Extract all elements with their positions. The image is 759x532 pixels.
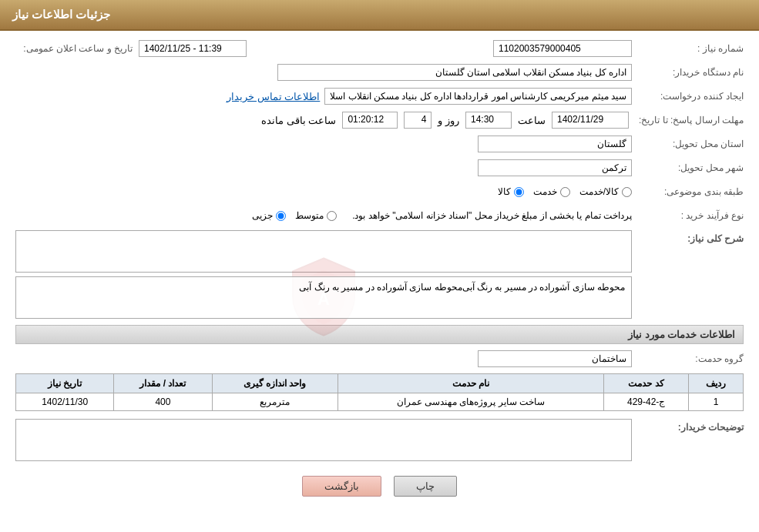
general-desc-label: شرح کلی نیاز: [632, 230, 744, 244]
org-name-row: نام دستگاه خریدار: اداره کل بنیاد مسکن ا… [15, 62, 744, 82]
page-header: جزئیات اطلاعات نیاز [0, 0, 759, 31]
cell-unit: مترمربع [212, 393, 338, 411]
services-table-section: ردیف کد حدمت نام حدمت واحد اندازه گیری ت… [15, 373, 744, 411]
need-number-value: 1102003579000405 [493, 40, 632, 57]
col-header-quantity: تعداد / مقدار [114, 374, 212, 393]
province-label: استان محل تحویل: [632, 139, 744, 149]
buyer-desc-row: توضیحات خریدار: [15, 419, 744, 463]
process-row: نوع فرآیند خرید : پرداخت تمام یا بخشی از… [15, 206, 744, 226]
deadline-time-label: ساعت [518, 115, 546, 126]
cell-name: ساخت سایر پروژه‌های مهندسی عمران [338, 393, 604, 411]
category-row: طبقه بندی موضوعی: کالا/خدمت خدمت کالا [15, 182, 744, 202]
need-number-label: شماره نیاز : [632, 43, 744, 54]
creator-row: ایجاد کننده درخواست: سید میثم میرکریمی ک… [15, 86, 744, 106]
general-desc-textarea[interactable] [15, 230, 632, 273]
announce-label: تاریخ و ساعت اعلان عمومی: [15, 43, 139, 54]
buyer-desc-wrap [15, 419, 632, 463]
cell-quantity: 400 [114, 393, 212, 411]
service-group-row: گروه حدمت: ساختمان [15, 349, 744, 369]
category-kala[interactable]: کالا [498, 186, 524, 197]
col-header-row: ردیف [688, 374, 743, 393]
general-desc-section: شرح کلی نیاز: [15, 230, 744, 273]
creator-label: ایجاد کننده درخواست: [632, 91, 744, 102]
city-value: ترکمن [478, 159, 632, 176]
process-desc: پرداخت تمام یا بخشی از مبلغ خریداز محل "… [352, 210, 632, 221]
footer-buttons: چاپ بازگشت [15, 476, 744, 497]
city-row: شهر محل تحویل: ترکمن [15, 158, 744, 178]
page-wrapper: جزئیات اطلاعات نیاز شماره نیاز : 1102003… [0, 0, 759, 532]
city-label: شهر محل تحویل: [632, 162, 744, 173]
buyer-desc-label: توضیحات خریدار: [632, 419, 744, 433]
process-jozi[interactable]: جزیی [252, 210, 286, 221]
need-number-row: شماره نیاز : 1102003579000405 1402/11/25… [15, 38, 744, 59]
deadline-time: 14:30 [465, 112, 512, 129]
deadline-label: مهلت ارسال پاسخ: تا تاریخ: [632, 115, 744, 125]
org-name-value: اداره کل بنیاد مسکن انقلاب اسلامی استان … [277, 64, 632, 81]
services-section-title: اطلاعات خدمات مورد نیاز [15, 325, 744, 344]
general-desc-value: محوطه سازی آشوراده در مسیر به رنگ آبی [299, 282, 462, 293]
deadline-date: 1402/11/29 [552, 112, 629, 129]
table-row: 1 ج-42-429 ساخت سایر پروژه‌های مهندسی عم… [16, 393, 744, 411]
deadline-day-label: روز و [438, 115, 459, 126]
category-label: طبقه بندی موضوعی: [632, 186, 744, 197]
category-khadamat[interactable]: خدمت [533, 186, 570, 197]
general-desc-display: A محوطه سازی آشوراده در مسیر به رنگ آبی … [15, 276, 744, 319]
category-radio-group: کالا/خدمت خدمت کالا [498, 186, 632, 197]
creator-value: سید میثم میرکریمی کارشناس امور قراردادها… [324, 88, 632, 105]
deadline-days: 4 [404, 112, 432, 129]
buyer-desc-textarea[interactable] [15, 419, 632, 461]
col-header-unit: واحد اندازه گیری [212, 374, 338, 393]
service-group-label: گروه حدمت: [632, 353, 744, 364]
page-title: جزئیات اطلاعات نیاز [12, 8, 110, 21]
org-name-label: نام دستگاه خریدار: [632, 67, 744, 78]
category-kala-khadamat[interactable]: کالا/خدمت [579, 186, 632, 197]
services-table: ردیف کد حدمت نام حدمت واحد اندازه گیری ت… [15, 373, 744, 411]
general-desc-wrap [15, 230, 632, 273]
general-desc-value-box: محوطه سازی آشوراده در مسیر به رنگ آبی مح… [15, 276, 632, 319]
cell-code: ج-42-429 [604, 393, 689, 411]
process-radio-group: پرداخت تمام یا بخشی از مبلغ خریداز محل "… [252, 210, 632, 221]
creator-link[interactable]: اطلاعات تماس خریدار [227, 91, 320, 102]
general-desc-value-row: A محوطه سازی آشوراده در مسیر به رنگ آبی … [15, 276, 744, 319]
cell-row: 1 [688, 393, 743, 411]
back-button[interactable]: بازگشت [302, 476, 381, 497]
col-header-code: کد حدمت [604, 374, 689, 393]
cell-date: 1402/11/30 [16, 393, 114, 411]
province-value: گلستان [478, 136, 632, 152]
col-header-date: تاریخ نیاز [16, 374, 114, 393]
deadline-remain: 01:20:12 [342, 112, 398, 129]
watermark-area [15, 230, 632, 273]
process-motavasset[interactable]: متوسط [295, 210, 337, 221]
province-row: استان محل تحویل: گلستان [15, 134, 744, 154]
print-button[interactable]: چاپ [394, 476, 457, 497]
announce-value: 1402/11/25 - 11:39 [139, 40, 247, 57]
deadline-remain-label: ساعت باقی مانده [261, 115, 336, 126]
content-area: شماره نیاز : 1102003579000405 1402/11/25… [0, 31, 759, 512]
table-header-row: ردیف کد حدمت نام حدمت واحد اندازه گیری ت… [16, 374, 744, 393]
deadline-row: مهلت ارسال پاسخ: تا تاریخ: 1402/11/29 سا… [15, 110, 744, 130]
process-label: نوع فرآیند خرید : [632, 210, 744, 221]
col-header-name: نام حدمت [338, 374, 604, 393]
service-group-value: ساختمان [478, 350, 632, 367]
